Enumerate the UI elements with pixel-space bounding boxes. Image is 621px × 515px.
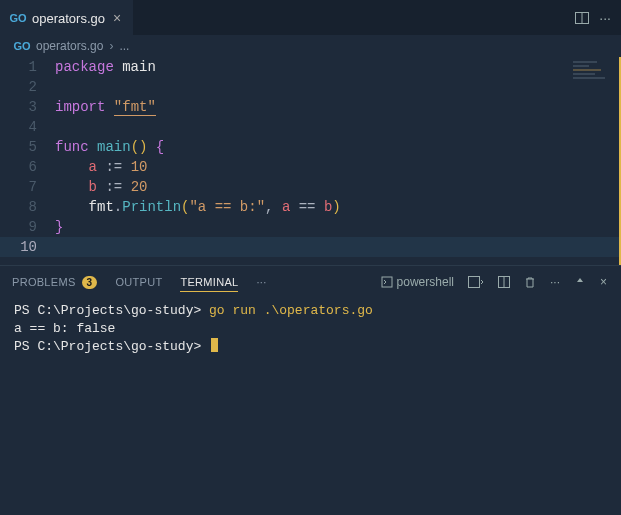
problems-count-badge: 3	[82, 276, 98, 289]
chevron-right-icon: ›	[109, 39, 113, 53]
editor-tabbar: GO operators.go × ···	[0, 0, 621, 35]
split-editor-icon[interactable]	[575, 11, 589, 25]
code-content: package main	[55, 57, 156, 77]
more-actions-icon[interactable]: ···	[599, 10, 611, 26]
code-editor[interactable]: 1package main23import "fmt"45func main()…	[0, 57, 621, 265]
go-file-icon: GO	[10, 10, 26, 26]
code-line: 6 a := 10	[0, 157, 619, 177]
terminal-cursor	[211, 338, 218, 352]
code-content: }	[55, 217, 63, 237]
code-content: b := 20	[55, 177, 147, 197]
line-number: 2	[0, 77, 55, 97]
shell-selector[interactable]: powershell	[379, 273, 456, 291]
code-line: 1package main	[0, 57, 619, 77]
new-terminal-icon[interactable]	[466, 274, 486, 290]
terminal-line: a == b: false	[14, 320, 607, 338]
code-line: 2	[0, 77, 619, 97]
code-line: 9}	[0, 217, 619, 237]
code-content: a := 10	[55, 157, 147, 177]
tabbar-actions: ···	[565, 0, 621, 35]
line-number: 7	[0, 177, 55, 197]
split-terminal-icon[interactable]	[496, 274, 512, 290]
line-number: 5	[0, 137, 55, 157]
tab-terminal[interactable]: TERMINAL	[180, 276, 238, 292]
code-content: import "fmt"	[55, 97, 156, 117]
line-number: 6	[0, 157, 55, 177]
tab-output-label: OUTPUT	[115, 276, 162, 288]
code-content: fmt.Println("a == b:", a == b)	[55, 197, 341, 217]
terminal-line: PS C:\Projects\go-study>	[14, 338, 607, 356]
code-line: 8 fmt.Println("a == b:", a == b)	[0, 197, 619, 217]
tab-problems[interactable]: PROBLEMS 3	[12, 276, 97, 289]
maximize-panel-icon[interactable]	[572, 274, 588, 290]
close-icon[interactable]: ×	[111, 10, 123, 26]
close-panel-icon[interactable]: ×	[598, 273, 609, 291]
line-number: 4	[0, 117, 55, 137]
tab-terminal-label: TERMINAL	[180, 276, 238, 288]
shell-name: powershell	[397, 275, 454, 289]
line-number: 8	[0, 197, 55, 217]
terminal-line: PS C:\Projects\go-study> go run .\operat…	[14, 302, 607, 320]
terminal-output[interactable]: PS C:\Projects\go-study> go run .\operat…	[0, 298, 621, 515]
line-number: 10	[0, 237, 55, 257]
more-icon: ···	[256, 276, 266, 288]
breadcrumb-filename: operators.go	[36, 39, 103, 53]
minimap[interactable]	[573, 61, 613, 85]
code-line: 4	[0, 117, 619, 137]
svg-rect-3	[468, 277, 479, 288]
go-file-icon: GO	[14, 38, 30, 54]
tab-problems-label: PROBLEMS	[12, 276, 76, 288]
tab-operators-go[interactable]: GO operators.go ×	[0, 0, 133, 35]
line-number: 3	[0, 97, 55, 117]
trash-icon[interactable]	[522, 274, 538, 290]
tab-output[interactable]: OUTPUT	[115, 276, 162, 288]
panel-more[interactable]: ···	[256, 276, 266, 288]
tabs-container: GO operators.go ×	[0, 0, 133, 35]
code-line: 10	[0, 237, 619, 257]
panel-more-icon[interactable]: ···	[548, 273, 562, 291]
breadcrumb[interactable]: GO operators.go › ...	[0, 35, 621, 57]
panel-tabs: PROBLEMS 3 OUTPUT TERMINAL ··· powershel…	[0, 266, 621, 298]
code-line: 3import "fmt"	[0, 97, 619, 117]
code-line: 7 b := 20	[0, 177, 619, 197]
panel-actions: powershell ··· ×	[379, 273, 609, 291]
svg-rect-2	[382, 277, 392, 287]
code-line: 5func main() {	[0, 137, 619, 157]
code-content: func main() {	[55, 137, 164, 157]
breadcrumb-more: ...	[119, 39, 129, 53]
tab-filename: operators.go	[32, 11, 105, 26]
bottom-panel: PROBLEMS 3 OUTPUT TERMINAL ··· powershel…	[0, 265, 621, 515]
line-number: 9	[0, 217, 55, 237]
line-number: 1	[0, 57, 55, 77]
